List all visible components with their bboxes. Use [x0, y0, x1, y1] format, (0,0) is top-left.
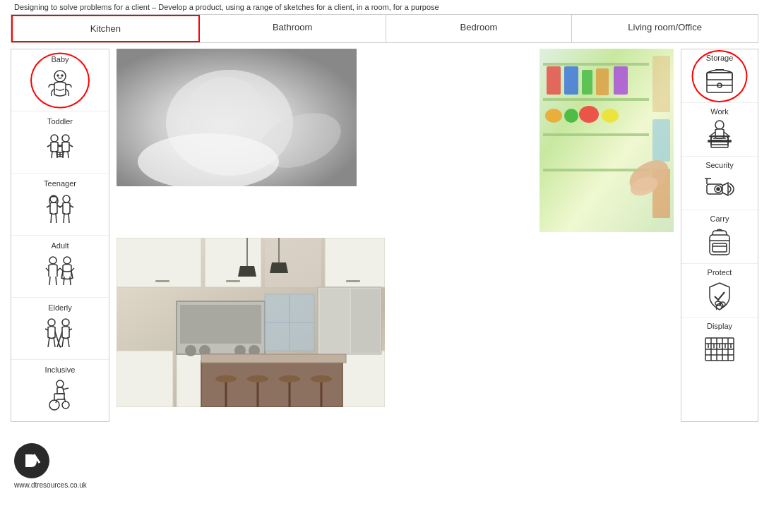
- svg-rect-92: [713, 243, 727, 252]
- sidebar-item-toddler[interactable]: Toddler: [11, 111, 109, 174]
- svg-rect-77: [707, 73, 732, 80]
- elderly-icon: [39, 315, 81, 353]
- tabs-container: Kitchen Bathroom Bedroom Living room/Off…: [11, 14, 758, 43]
- svg-point-33: [602, 109, 619, 123]
- svg-rect-41: [205, 238, 261, 287]
- sidebar-item-teenager[interactable]: Teenager: [11, 174, 109, 236]
- svg-point-0: [54, 71, 66, 82]
- sidebar-item-inclusive[interactable]: Inclusive: [11, 360, 109, 421]
- right-item-work[interactable]: Work: [681, 103, 758, 157]
- svg-rect-34: [652, 56, 670, 112]
- fridge-photo: [540, 49, 674, 232]
- svg-point-3: [51, 135, 58, 142]
- carry-icon: [701, 225, 739, 259]
- svg-rect-76: [707, 73, 732, 92]
- work-icon: [701, 118, 739, 152]
- svg-point-32: [579, 106, 599, 123]
- svg-point-8: [49, 257, 56, 264]
- baby-icon: [39, 66, 81, 105]
- svg-rect-24: [543, 169, 649, 171]
- svg-point-11: [62, 319, 69, 326]
- tab-living[interactable]: Living room/Office: [572, 15, 758, 42]
- svg-rect-29: [614, 66, 628, 95]
- carry-label: Carry: [710, 214, 729, 223]
- svg-rect-44: [155, 280, 169, 282]
- svg-rect-47: [117, 351, 173, 407]
- teenager-label: Teenager: [44, 179, 76, 188]
- baby-photo: [117, 49, 357, 186]
- svg-point-88: [717, 188, 720, 191]
- elderly-label: Elderly: [48, 303, 72, 312]
- protect-icon: [701, 279, 739, 313]
- storage-label: Storage: [706, 54, 734, 62]
- svg-rect-46: [346, 280, 360, 282]
- tab-kitchen[interactable]: Kitchen: [11, 15, 200, 42]
- svg-point-68: [247, 375, 268, 382]
- sidebar-item-elderly[interactable]: Elderly: [11, 298, 109, 360]
- svg-point-80: [715, 121, 724, 129]
- tab-bedroom[interactable]: Bedroom: [386, 15, 573, 42]
- protect-label: Protect: [708, 268, 732, 277]
- security-icon: [701, 171, 739, 205]
- display-label: Display: [707, 322, 732, 330]
- toddler-icon: [39, 128, 81, 167]
- svg-rect-27: [582, 70, 592, 95]
- svg-rect-23: [543, 133, 649, 136]
- tab-bathroom[interactable]: Bathroom: [200, 15, 386, 42]
- svg-point-14: [62, 401, 69, 409]
- bottom-images-row: [117, 238, 674, 407]
- inclusive-label: Inclusive: [45, 365, 76, 374]
- right-sidebar: Storage Work: [681, 49, 758, 422]
- teenager-icon: [39, 191, 81, 229]
- sidebar-item-adult[interactable]: Adult: [11, 236, 109, 298]
- right-item-display[interactable]: Display: [681, 318, 758, 370]
- svg-point-30: [545, 109, 562, 123]
- toddler-label: Toddler: [47, 117, 73, 126]
- center-content: [109, 49, 681, 422]
- svg-rect-58: [351, 289, 380, 353]
- svg-rect-22: [543, 98, 649, 101]
- svg-point-66: [215, 375, 237, 382]
- svg-rect-64: [201, 354, 346, 363]
- svg-rect-45: [226, 280, 240, 282]
- svg-rect-28: [596, 68, 609, 95]
- svg-point-72: [311, 375, 332, 382]
- storage-icon: [701, 64, 739, 98]
- svg-point-31: [564, 109, 578, 123]
- footer: www.dtresources.co.uk: [0, 436, 769, 496]
- svg-point-13: [49, 400, 59, 410]
- svg-rect-51: [180, 305, 261, 344]
- baby-label: Baby: [51, 55, 68, 64]
- right-item-carry[interactable]: Carry: [681, 210, 758, 264]
- adult-icon: [39, 253, 81, 291]
- svg-point-2: [61, 75, 63, 76]
- left-sidebar: Baby: [11, 49, 109, 422]
- svg-rect-43: [325, 238, 385, 287]
- display-icon: [701, 332, 739, 366]
- dtresources-logo: [14, 443, 49, 478]
- svg-point-52: [185, 345, 196, 356]
- svg-rect-35: [652, 119, 670, 162]
- adult-label: Adult: [51, 241, 68, 250]
- svg-rect-26: [564, 66, 578, 95]
- footer-url: www.dtresources.co.uk: [14, 481, 87, 489]
- svg-point-7: [63, 195, 70, 202]
- right-item-protect[interactable]: Protect: [681, 264, 758, 318]
- header-subtitle: Designing to solve problems for a client…: [0, 0, 769, 14]
- svg-rect-25: [547, 66, 561, 95]
- svg-marker-60: [238, 266, 256, 277]
- right-item-storage[interactable]: Storage: [681, 49, 758, 103]
- sidebar-item-baby[interactable]: Baby: [11, 49, 109, 111]
- right-item-security[interactable]: Security: [681, 157, 758, 210]
- svg-marker-62: [270, 262, 288, 273]
- svg-rect-40: [117, 238, 201, 287]
- security-label: Security: [705, 161, 734, 169]
- work-label: Work: [710, 107, 728, 116]
- svg-point-10: [48, 319, 55, 326]
- top-images-row: [117, 49, 674, 232]
- main-content: Baby: [11, 49, 758, 422]
- svg-point-9: [64, 257, 71, 264]
- svg-rect-57: [320, 289, 350, 353]
- svg-point-12: [56, 380, 64, 387]
- inclusive-icon: [39, 377, 81, 416]
